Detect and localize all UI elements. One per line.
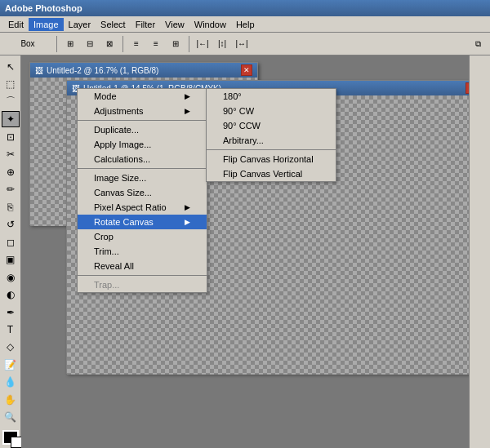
toolbar-btn1[interactable]: ⊞ [61, 35, 79, 53]
submenu-arrow-adjust: ▶ [185, 107, 190, 115]
image-menu-dropdown: Mode ▶ Adjustments ▶ Duplicate... Apply … [77, 88, 207, 293]
toolbar-btn3[interactable]: ⊠ [100, 35, 118, 53]
tool-zoom[interactable]: 🔍 [2, 410, 20, 425]
menu-window[interactable]: Window [189, 18, 231, 31]
menu-adjustments[interactable]: Adjustments ▶ [78, 104, 207, 118]
tool-select[interactable]: ⬚ [2, 76, 20, 91]
toolbar-sep2 [122, 36, 123, 52]
rotate-90ccw-label: 90° CCW [223, 121, 261, 131]
menu-rotate-canvas[interactable]: Rotate Canvas ▶ [78, 215, 207, 229]
rotate-90cw-label: 90° CW [223, 106, 254, 116]
menu-reveal-all[interactable]: Reveal All [78, 259, 207, 273]
main-layout: ↖ ⬚ ⌒ ✦ ⊡ ✂ ⊕ ✏ ⎘ ↺ ◻ ▣ ◉ ◐ ✒ T ◇ 📝 💧 ✋ … [0, 55, 490, 448]
tool-gradient[interactable]: ▣ [2, 251, 20, 267]
toolbar-sep3 [189, 36, 189, 52]
crop-label: Crop [94, 232, 114, 242]
tool-dodge[interactable]: ◐ [2, 286, 20, 302]
toolbar-palette-btn[interactable]: ⧉ [469, 35, 487, 53]
trim-label: Trim... [94, 246, 119, 256]
tool-history[interactable]: ↺ [2, 216, 20, 232]
menu-help[interactable]: Help [231, 18, 260, 31]
tool-move[interactable]: ↖ [2, 59, 20, 74]
submenu-arrow-rotate: ▶ [185, 218, 190, 226]
menu-view[interactable]: View [160, 18, 189, 31]
menu-image[interactable]: Image [29, 18, 64, 31]
trap-label: Trap... [94, 280, 119, 290]
toolbar-btn5[interactable]: ≡ [147, 35, 165, 53]
rotate-180-label: 180° [223, 91, 242, 101]
rotate-sep [207, 149, 336, 150]
toolbar-btn4[interactable]: ≡ [127, 35, 145, 53]
tool-hand[interactable]: ✋ [2, 392, 20, 407]
toolbar-btn2[interactable]: ⊟ [81, 35, 99, 53]
toolbar-box-btn[interactable]: Box [3, 35, 52, 53]
flip-horizontal[interactable]: Flip Canvas Horizontal [207, 152, 336, 166]
menu-mode[interactable]: Mode ▶ [78, 89, 207, 104]
toolbar-btn6[interactable]: ⊞ [167, 35, 185, 53]
menu-sep-3 [78, 275, 207, 276]
menu-pixel-aspect[interactable]: Pixel Aspect Ratio ▶ [78, 200, 207, 215]
menu-bar: Edit Image Layer Select Filter View Wind… [0, 16, 490, 33]
toolbar: Box ⊞ ⊟ ⊠ ≡ ≡ ⊞ |←| |↕| |↔| ⧉ [0, 33, 490, 55]
toolbar-sep1 [56, 36, 57, 52]
flip-vertical[interactable]: Flip Canvas Vertical [207, 166, 336, 181]
menu-select[interactable]: Select [96, 18, 131, 31]
flip-vertical-label: Flip Canvas Vertical [223, 169, 302, 179]
color-foreground[interactable] [2, 430, 19, 445]
menu-canvas-size[interactable]: Canvas Size... [78, 185, 207, 200]
toolbar-btn8[interactable]: |↕| [213, 35, 231, 53]
tool-blur[interactable]: ◉ [2, 269, 20, 285]
rotate-90ccw[interactable]: 90° CCW [207, 118, 336, 133]
menu-layer[interactable]: Layer [64, 18, 96, 31]
menu-filter[interactable]: Filter [131, 18, 160, 31]
doc-close-1[interactable]: ✕ [241, 64, 252, 76]
flip-horizontal-label: Flip Canvas Horizontal [223, 154, 314, 164]
content-area: 🖼 Untitled-2 @ 16.7% (1, RGB/8) ✕ 🖼 Unti… [21, 55, 469, 448]
tool-notes[interactable]: 📝 [2, 357, 20, 372]
tool-lasso[interactable]: ⌒ [2, 94, 20, 109]
menu-image-size[interactable]: Image Size... [78, 171, 207, 185]
doc-title-1: Untitled-2 @ 16.7% (1, RGB/8) [47, 66, 158, 75]
submenu-arrow-mode: ▶ [185, 92, 190, 100]
pixel-aspect-label: Pixel Aspect Ratio [94, 202, 167, 212]
menu-trim[interactable]: Trim... [78, 244, 207, 259]
color-background[interactable] [11, 437, 22, 448]
doc-icon-1: 🖼 [35, 66, 43, 75]
doc-close-2[interactable]: ✕ [466, 82, 469, 94]
rotate-90cw[interactable]: 90° CW [207, 104, 336, 118]
tool-eraser[interactable]: ◻ [2, 234, 20, 250]
toolbar-btn7[interactable]: |←| [194, 35, 212, 53]
tool-pen[interactable]: ✒ [2, 304, 20, 320]
menu-duplicate[interactable]: Duplicate... [78, 122, 207, 137]
rotate-canvas-label: Rotate Canvas [94, 217, 154, 227]
submenu-arrow-pixel: ▶ [185, 203, 190, 211]
toolbox: ↖ ⬚ ⌒ ✦ ⊡ ✂ ⊕ ✏ ⎘ ↺ ◻ ▣ ◉ ◐ ✒ T ◇ 📝 💧 ✋ … [0, 55, 21, 448]
rotate-canvas-submenu: 180° 90° CW 90° CCW Arbitrary... Flip Ca… [206, 88, 336, 182]
doc-title-bar-1: 🖼 Untitled-2 @ 16.7% (1, RGB/8) ✕ [30, 63, 257, 78]
title-bar: Adobe Photoshop [0, 0, 490, 16]
tool-stamp[interactable]: ⎘ [2, 199, 20, 215]
menu-sep-2 [78, 168, 207, 169]
rotate-arbitrary[interactable]: Arbitrary... [207, 133, 336, 148]
tool-shape[interactable]: ◇ [2, 339, 20, 355]
tool-text[interactable]: T [2, 322, 20, 337]
tool-wand[interactable]: ✦ [2, 111, 20, 126]
toolbar-btn9[interactable]: |↔| [233, 35, 251, 53]
menu-edit[interactable]: Edit [3, 18, 29, 31]
tool-brush[interactable]: ✏ [2, 181, 20, 197]
menu-crop[interactable]: Crop [78, 229, 207, 244]
app-title: Adobe Photoshop [5, 3, 82, 13]
rotate-180[interactable]: 180° [207, 89, 336, 104]
tool-heal[interactable]: ⊕ [2, 164, 20, 180]
menu-sep-1 [78, 120, 207, 121]
right-panel [469, 55, 490, 448]
rotate-arbitrary-label: Arbitrary... [223, 135, 264, 145]
tool-slice[interactable]: ✂ [2, 146, 20, 162]
menu-calculations[interactable]: Calculations... [78, 152, 207, 166]
menu-apply-image[interactable]: Apply Image... [78, 137, 207, 152]
tool-eyedrop[interactable]: 💧 [2, 375, 20, 390]
reveal-all-label: Reveal All [94, 261, 134, 271]
tool-crop[interactable]: ⊡ [2, 129, 20, 144]
menu-trap: Trap... [78, 277, 207, 292]
